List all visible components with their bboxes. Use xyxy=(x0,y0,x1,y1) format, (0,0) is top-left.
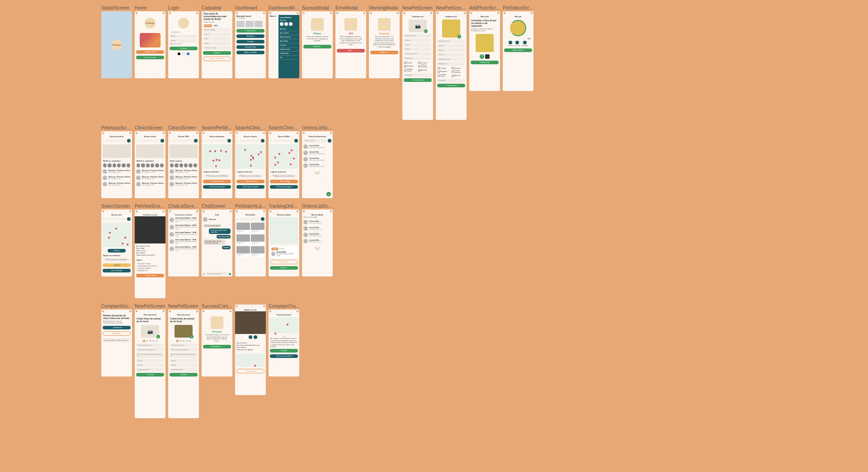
camera-placeholder[interactable]: 📷+ xyxy=(141,325,159,338)
tracking-map[interactable] xyxy=(269,217,298,244)
description-field[interactable]: Descrição xyxy=(404,73,432,77)
menu-icon[interactable] xyxy=(230,310,231,312)
location-map[interactable] xyxy=(236,353,265,367)
search-icon[interactable] xyxy=(127,139,131,143)
menu-icon[interactable] xyxy=(297,132,298,134)
result-card[interactable]: Border Collie♡ ⓘ xyxy=(236,246,250,257)
menu-icon[interactable] xyxy=(330,210,332,212)
list-item[interactable]: Meow pet - Petshop e ClínicaAv. 9 - Bair… xyxy=(101,168,132,175)
checkbox[interactable]: Resgatado xyxy=(438,70,451,73)
message-input[interactable]: Envie uma mensagem... xyxy=(206,272,228,276)
input-field[interactable]: Temperamento ▾ xyxy=(404,52,432,56)
pet-icon[interactable] xyxy=(280,22,283,26)
nav-button[interactable]: Petshops xyxy=(236,40,264,43)
register-button[interactable]: Cadastrar xyxy=(203,51,231,55)
follow-button[interactable]: Acompanhar xyxy=(270,260,298,264)
input-field[interactable]: Raça ▾ xyxy=(170,359,198,362)
order-item[interactable]: Jessica SilvaLorem ipsum dolor sit xyxy=(302,238,333,244)
help-button[interactable]: ♡ Quero ajudar xyxy=(236,369,264,373)
input-field[interactable]: Descreva detalhadamente da cena ▾ xyxy=(136,353,164,358)
input-field[interactable]: Raça ▾ xyxy=(136,359,164,362)
submit-button[interactable]: ✓ Concluir xyxy=(170,373,198,377)
menu-icon[interactable] xyxy=(230,210,231,212)
pet-thumb[interactable] xyxy=(255,21,263,27)
help-button[interactable]: ⓘ Precisou de ajuda? xyxy=(270,354,298,358)
map-view[interactable] xyxy=(269,317,298,334)
menu-icon[interactable] xyxy=(430,12,432,14)
chip[interactable]: ONG xyxy=(213,24,219,27)
bullet[interactable] xyxy=(137,163,140,167)
anon-button[interactable]: 🕶 Anônima xyxy=(103,331,131,336)
search-button[interactable]: 🔍 Buscar ONGs xyxy=(270,180,298,183)
input-field[interactable]: Tipo de interesse ▾ xyxy=(136,343,164,347)
filter-input[interactable]: Filtrar por bairro xyxy=(303,139,327,143)
input-field[interactable]: E-mail xyxy=(203,33,231,36)
modal-button[interactable]: Continuar → xyxy=(370,51,398,54)
bullet[interactable] xyxy=(175,163,178,167)
list-item[interactable]: Meow pet - Petshop e ClínicaAv. 9 - Bair… xyxy=(135,168,165,175)
nav-button[interactable]: Denúncias xyxy=(236,34,264,38)
menu-icon[interactable] xyxy=(330,12,332,14)
pet-photo[interactable]: + xyxy=(175,325,193,338)
menu-icon[interactable] xyxy=(397,12,399,14)
search-input[interactable] xyxy=(106,140,126,142)
search-button[interactable]: 🔍 Buscar petshops xyxy=(203,180,231,183)
input-field[interactable]: Raça ▾ xyxy=(437,48,465,52)
input-field[interactable]: E-mail xyxy=(170,34,198,38)
action-icon[interactable] xyxy=(254,335,257,339)
list-link[interactable]: Listar resultados xyxy=(103,269,131,272)
follow-button[interactable]: Acompanhar → xyxy=(203,345,231,348)
input-field[interactable]: Porte ▾ xyxy=(170,363,198,367)
menu-icon[interactable] xyxy=(297,210,298,212)
menu-icon[interactable] xyxy=(297,310,298,312)
order-item[interactable]: Jessica SilvaLorem ipsum dolor sit xyxy=(302,219,333,225)
modal-button[interactable]: Continuar → xyxy=(303,45,331,48)
add-photo-fab[interactable]: + xyxy=(156,335,160,339)
bullet[interactable] xyxy=(103,163,107,167)
input-field[interactable]: Nome completo xyxy=(203,28,231,32)
pet-thumb[interactable] xyxy=(245,21,254,27)
order-item[interactable]: Jessica SilvaLorem ipsum dolor sit amet› xyxy=(302,150,333,156)
menu-item[interactable]: Conversas xyxy=(280,43,298,48)
search-input[interactable] xyxy=(106,218,126,220)
filters-button[interactable]: ⚙ Filtros xyxy=(108,249,126,253)
menu-icon[interactable] xyxy=(129,132,131,134)
forgot-link[interactable]: Esqueceu a senha? xyxy=(168,43,199,46)
download-button[interactable]: Baixar relatório xyxy=(504,48,532,52)
chat-item[interactable]: Ariel Lohan Barbosa · 10:48Desde ontem e… xyxy=(168,224,199,231)
list-item[interactable]: Meow pet - Petshop e ClínicaAv. 9 - Bair… xyxy=(168,175,199,181)
search-icon[interactable] xyxy=(261,217,264,221)
send-icon[interactable] xyxy=(229,273,231,275)
menu-icon[interactable] xyxy=(163,12,165,14)
submit-button[interactable]: ✓ Cadastrar pet xyxy=(404,78,432,82)
input-field[interactable]: Idade ▾ xyxy=(437,44,465,48)
list-item[interactable]: Meow pet - Petshop e ClínicaAv. 9 - Bair… xyxy=(168,168,199,175)
search-icon[interactable] xyxy=(261,139,264,143)
menu-icon[interactable] xyxy=(129,310,131,312)
menu-icon[interactable] xyxy=(129,210,131,212)
checkbox[interactable]: Castrado xyxy=(404,62,417,64)
address-input[interactable]: 📍 Digite ou use seu endereço xyxy=(271,174,297,178)
bullet[interactable] xyxy=(189,163,192,167)
back-link[interactable]: ← voltar ao site xyxy=(168,31,199,34)
checkbox[interactable]: Castrado xyxy=(438,67,451,69)
photo-thumb[interactable] xyxy=(485,54,490,59)
search-button[interactable]: 🔍 Buscar clínicas xyxy=(236,180,264,183)
menu-icon[interactable] xyxy=(196,132,198,134)
finish-button[interactable]: Finalizar xyxy=(270,349,298,353)
result-card[interactable]: Border Collie♡ ⓘ xyxy=(236,223,250,234)
bullet[interactable] xyxy=(184,163,188,167)
input-field[interactable]: Endereço ▾ xyxy=(404,57,432,60)
bullet[interactable] xyxy=(127,163,130,167)
identified-button[interactable]: 👤 Identificada xyxy=(103,326,131,329)
search-input[interactable] xyxy=(206,140,226,142)
bullet[interactable] xyxy=(193,163,197,167)
pet-icon[interactable] xyxy=(289,22,292,26)
chat-item[interactable]: Ariel Lohan Barbosa · 10:48Desde ontem e… xyxy=(168,245,199,253)
menu-item[interactable]: Meus pedidos xyxy=(280,39,298,43)
input-field[interactable]: Temperamento ▾ xyxy=(136,368,164,372)
menu-icon[interactable] xyxy=(297,12,298,14)
bullet[interactable] xyxy=(108,163,111,167)
chat-item[interactable]: Ariel Lohan Barbosa · 10:48Desde ontem e… xyxy=(168,216,199,224)
track-button[interactable]: Rastrear xyxy=(270,266,298,270)
